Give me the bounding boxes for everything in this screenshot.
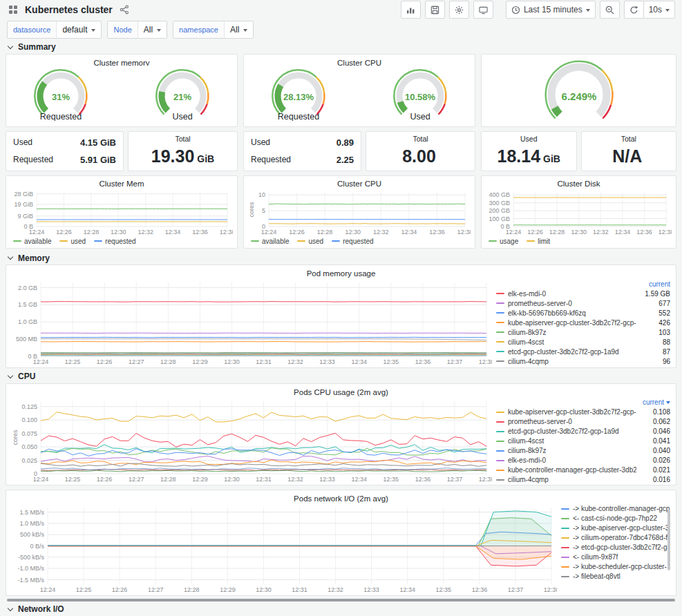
panel-title[interactable]: Cluster Disk	[486, 178, 672, 189]
legend-item[interactable]: requested	[332, 238, 373, 245]
panel-title[interactable]: Cluster Mem	[10, 178, 233, 189]
section-header-memory[interactable]: Memory	[0, 251, 682, 265]
legend-item[interactable]: etcd-gcp-cluster-3db2c7f2-gcp-1a9d 87	[496, 347, 670, 356]
series-name: cilium-4scst	[508, 338, 636, 346]
legend-item[interactable]: <- cast-csi-node-gcp-7hp22	[561, 514, 670, 523]
cluster-disk-timeseries[interactable]: 400 GB300 GB200 GB100 GB0 B12:2412:2612:…	[486, 189, 672, 236]
legend-item[interactable]: -> kube-apiserver-gcp-cluster-3	[561, 523, 670, 533]
time-range-label: Last 15 minutes	[524, 5, 582, 15]
horizontal-scrollbar[interactable]	[7, 599, 675, 601]
cluster-mem-timeseries[interactable]: 28 GiB19 GiB9 GiB0 B12:2412:2612:2812:30…	[10, 189, 233, 236]
panel-title[interactable]: Total	[175, 135, 190, 144]
variable-value-dropdown[interactable]: All	[138, 21, 167, 38]
legend-item[interactable]: cilium-4cqmp 0.016	[496, 475, 670, 483]
legend-item[interactable]: <- cilium-9x87f	[561, 552, 670, 562]
pods-network-timeseries[interactable]: 1.5 MB/s1.0 MB/s500 kB/s0 B/s-500 kB/s-1…	[12, 504, 557, 594]
chevron-down-icon	[91, 29, 95, 34]
legend-item[interactable]: available	[251, 238, 289, 245]
series-color-marker	[496, 412, 504, 413]
legend-sort-header[interactable]: current	[649, 280, 670, 288]
refresh-button[interactable]	[624, 1, 643, 19]
legend-item[interactable]: elk-es-mdi-0 0.026	[496, 456, 670, 465]
series-name: elk-es-mdi-0	[508, 456, 636, 464]
add-panel-button[interactable]	[401, 1, 421, 19]
time-range-picker[interactable]: Last 15 minutes	[506, 1, 596, 19]
refresh-interval-dropdown[interactable]: 10s	[643, 1, 675, 19]
pods-cpu-timeseries[interactable]: 0.1250.1000.0750.0500.025012:2412:2512:2…	[12, 398, 492, 483]
series-color-marker	[496, 421, 504, 423]
panel-title[interactable]: Used	[520, 135, 538, 144]
pod-memory-timeseries[interactable]: 2.0 GB1.5 GB1.0 GB500 MB0 B12:2412:2512:…	[12, 279, 492, 366]
series-color-marker	[496, 479, 504, 481]
zoom-out-time-button[interactable]	[600, 1, 620, 19]
panel-pods-network-io: Pods network I/O (2m avg) 1.5 MB/s1.0 MB…	[6, 490, 676, 596]
section-header-summary[interactable]: Summary	[0, 40, 682, 54]
legend-item[interactable]: kube-apiserver-gcp-cluster-3db2c7f2-gcp-…	[496, 407, 670, 417]
save-dashboard-button[interactable]	[425, 1, 445, 19]
variable-label: datasource	[8, 21, 56, 38]
series-color-marker	[297, 240, 305, 242]
dashboard-title[interactable]: Kubernetes cluster	[25, 4, 113, 15]
svg-text:12:28: 12:28	[160, 476, 176, 483]
panel-pods-cpu-usage: Pods CPU usage (2m avg) 0.1250.1000.0750…	[6, 383, 676, 485]
legend-item[interactable]: cilium-4scst 0.041	[496, 436, 670, 446]
legend-item[interactable]: cilium-8k97z 103	[496, 327, 670, 337]
panel-title[interactable]: Pods CPU usage (2m avg)	[12, 387, 670, 398]
chevron-down-icon	[665, 9, 670, 14]
legend-item[interactable]: usage	[489, 238, 518, 245]
svg-text:12:26: 12:26	[97, 476, 113, 483]
legend-item[interactable]: -> filebeat-q8vtl	[561, 572, 670, 581]
legend-item[interactable]: cilium-4cqmp 96	[496, 356, 670, 366]
share-dashboard-icon[interactable]	[118, 3, 131, 16]
legend-item[interactable]: elk-kb-56967bb669-kf6zq 552	[496, 308, 670, 318]
legend-item[interactable]: cilium-4scst 88	[496, 337, 670, 347]
panel-cluster-cpu: Cluster CPU 28.13%Requested 10.58%Used	[243, 54, 475, 127]
legend-item[interactable]: requested	[94, 238, 135, 245]
variable-value-dropdown[interactable]: All	[224, 21, 253, 38]
chart-legend: -> kube-controller-manager-gcp <- cast-c…	[561, 504, 670, 594]
legend-item[interactable]: prometheus-server-0 0.062	[496, 417, 670, 427]
svg-text:12:32: 12:32	[593, 229, 609, 235]
dashboard-settings-button[interactable]	[449, 1, 469, 19]
legend-item[interactable]: elk-es-mdi-0 1.59 GB	[496, 289, 670, 298]
panel-title[interactable]: Pod memory usage	[12, 268, 670, 279]
svg-text:12:32: 12:32	[138, 229, 153, 235]
panel-title[interactable]: Cluster CPU	[248, 178, 471, 189]
legend-scrollbar[interactable]	[667, 510, 670, 570]
svg-text:12:24: 12:24	[33, 476, 49, 483]
panel-pod-memory-usage: Pod memory usage 2.0 GB1.5 GB1.0 GB500 M…	[6, 264, 676, 368]
legend-sort-header[interactable]: current	[643, 398, 664, 406]
cycle-view-mode-button[interactable]	[473, 1, 493, 19]
svg-text:12:28: 12:28	[184, 586, 200, 593]
svg-text:12:32: 12:32	[373, 229, 389, 235]
section-title: Summary	[18, 42, 56, 52]
legend-item[interactable]: used	[59, 238, 86, 245]
legend-item[interactable]: -> etcd-gcp-cluster-3db2c7f2-g	[561, 543, 670, 552]
legend-item[interactable]: used	[297, 238, 323, 245]
panel-title[interactable]: Cluster memory	[9, 57, 234, 66]
svg-text:12:24: 12:24	[33, 358, 49, 365]
panel-title[interactable]: Total	[621, 135, 636, 144]
panel-cluster-cpu-chart: Cluster CPU 105012:2412:2612:2812:3012:3…	[243, 175, 475, 249]
panel-title[interactable]: Total	[413, 135, 428, 144]
section-header-cpu[interactable]: CPU	[0, 369, 682, 383]
series-color-marker	[561, 537, 569, 539]
dashboards-grid-icon[interactable]	[7, 3, 19, 16]
legend-item[interactable]: kube-apiserver-gcp-cluster-3db2c7f2-gcp-…	[496, 318, 670, 327]
legend-item[interactable]: -> kube-controller-manager-gcp	[561, 504, 670, 514]
legend-item[interactable]: etcd-gcp-cluster-3db2c7f2-gcp-1a9d 0.046	[496, 427, 670, 436]
series-current-value: 426	[640, 319, 670, 327]
variable-chip: namespace All	[173, 21, 254, 39]
legend-item[interactable]: -> kube-scheduler-gcp-cluster-	[561, 562, 670, 572]
variable-value-dropdown[interactable]: default	[56, 21, 101, 38]
legend-item[interactable]: prometheus-server-0 677	[496, 298, 670, 308]
legend-item[interactable]: kube-controller-manager-gcp-cluster-3db2…	[496, 465, 670, 475]
legend-item[interactable]: -> cilium-operator-7dbc4768d-f	[561, 533, 670, 543]
legend-item[interactable]: available	[13, 238, 51, 245]
panel-title[interactable]: Pods network I/O (2m avg)	[12, 493, 670, 504]
legend-item[interactable]: limit	[527, 238, 550, 245]
section-header-network-io[interactable]: Network I/O	[0, 603, 682, 616]
panel-title[interactable]: Cluster CPU	[247, 57, 472, 66]
legend-item[interactable]: cilium-8k97z 0.040	[496, 446, 670, 456]
cluster-cpu-timeseries[interactable]: 105012:2412:2612:2812:3012:3212:3412:361…	[248, 189, 471, 236]
